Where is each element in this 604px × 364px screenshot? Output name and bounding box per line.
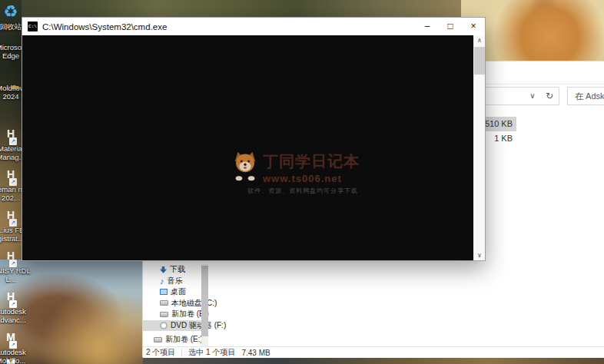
scrollbar-thumb[interactable] — [474, 47, 485, 74]
app-m-icon: M — [0, 353, 31, 364]
minimize-button[interactable]: – — [416, 18, 439, 35]
sidebar-item-label: 桌面 — [171, 286, 186, 297]
cmd-console-area[interactable] — [22, 35, 473, 260]
shortcut-arrow-badge: ↗ — [9, 137, 17, 145]
status-selected-size: 7.43 MB — [241, 349, 270, 357]
scrollbar-thumb[interactable] — [201, 266, 208, 336]
explorer-nav-pane: 下载 ♪ 音乐 桌面 本地磁盘 (C:) 新加卷 (E:) DVD 驱动器 (F… — [143, 264, 203, 359]
cmd-window: C:\ C:\Windows\System32\cmd.exe – □ × ∧ … — [22, 17, 486, 261]
wallpaper-top-strip — [0, 0, 492, 17]
sidebar-item-music[interactable]: ♪ 音乐 — [143, 276, 203, 287]
close-button[interactable]: × — [462, 18, 485, 35]
watermark-title: 丁同学日记本 — [263, 151, 360, 172]
search-input[interactable]: 在 AdskNI — [567, 87, 604, 105]
sidebar-item-label: 新加卷 (E:) — [165, 334, 203, 345]
chevron-down-icon[interactable]: ∨ — [525, 88, 540, 104]
desktop-icon-label: ...NISY RDL L... — [0, 267, 31, 284]
desktop-icon-app-7[interactable]: M — [0, 353, 31, 364]
dvd-drive-icon — [160, 322, 168, 329]
shortcut-arrow-badge: ↗ — [9, 260, 17, 267]
shortcut-arrow-badge: ↗ — [9, 219, 17, 227]
refresh-icon[interactable]: ↻ — [542, 88, 557, 104]
sidebar-item-desktop[interactable]: 桌面 — [143, 286, 203, 298]
volume-icon — [154, 337, 162, 342]
wallpaper-bottom-strip — [143, 357, 604, 364]
desktop-icon-app-5[interactable]: H↗ Autodesk Advanc... — [0, 286, 31, 325]
sidebar-item-label: 本地磁盘 (C:) — [171, 298, 217, 309]
desktop: ♻ 回收站 Microsoft Edge Moldflow 2024 H↗ Ma… — [0, 0, 604, 364]
watermark: 丁同学日记本 www.ts006.net 软件、资源、资料网盘均可分享下载 — [231, 151, 375, 195]
sidebar-item-label: 音乐 — [168, 276, 183, 286]
shiba-dog-logo-icon — [231, 151, 260, 184]
maximize-button[interactable]: □ — [439, 18, 462, 35]
watermark-subtitle: 软件、资源、资料网盘均可分享下载 — [231, 187, 375, 195]
scroll-down-icon[interactable]: ∨ — [474, 250, 485, 260]
status-divider — [181, 349, 182, 356]
music-icon: ♪ — [160, 277, 164, 285]
sidebar-item-dvd-drive-f[interactable]: DVD 驱动器 (F:) — [143, 320, 203, 332]
sidebar-item-local-disk-c[interactable]: 本地磁盘 (C:) — [143, 298, 203, 309]
sidebar-item-label: DVD 驱动器 (F:) — [171, 320, 226, 331]
app-h-icon: H↗ — [0, 286, 31, 306]
status-item-count: 2 个项目 — [146, 347, 175, 358]
cmd-scrollbar[interactable]: ∧ ∨ — [473, 35, 485, 260]
cmd-titlebar[interactable]: C:\ C:\Windows\System32\cmd.exe – □ × — [22, 18, 485, 35]
downloads-icon — [160, 266, 167, 273]
watermark-url: www.ts006.net — [263, 173, 360, 184]
desktop-icon-label: Autodesk Advanc... — [0, 308, 31, 325]
shortcut-arrow-badge: ↗ — [9, 178, 17, 186]
sidebar-item-volume-e[interactable]: 新加卷 (E:) — [143, 309, 203, 320]
cmd-window-title: C:\Windows\System32\cmd.exe — [42, 22, 167, 31]
app-m-icon: M↗ — [0, 327, 31, 347]
shortcut-arrow-badge: ↗ — [9, 341, 17, 349]
shortcut-arrow-badge: ↗ — [9, 300, 17, 308]
scroll-up-icon[interactable]: ∧ — [474, 35, 485, 45]
sidebar-item-downloads[interactable]: 下载 — [143, 264, 203, 276]
status-selected-info: 选中 1 个项目 — [188, 347, 235, 358]
explorer-status-bar: 2 个项目 选中 1 个项目 7.43 MB — [143, 346, 604, 358]
window-controls: – □ × — [416, 18, 485, 35]
local-disk-icon — [160, 300, 168, 306]
recycle-bin-icon: ♻ — [4, 2, 18, 20]
nav-pane-scrollbar[interactable]: ∨ — [201, 264, 208, 346]
sidebar-item-volume-e2[interactable]: 新加卷 (E:) — [143, 334, 203, 346]
desktop-icon — [160, 289, 168, 295]
sidebar-item-label: 下载 — [170, 264, 185, 275]
volume-icon — [160, 312, 168, 317]
cmd-icon: C:\ — [28, 22, 38, 31]
